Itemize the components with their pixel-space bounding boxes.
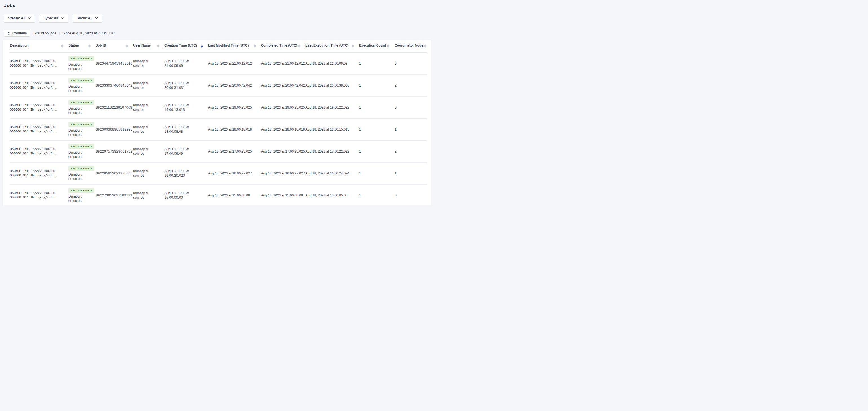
- column-header-user-name[interactable]: User Name: [133, 43, 151, 49]
- sort-icon[interactable]: [157, 44, 159, 48]
- job-description-link[interactable]: BACKUP INTO '/2023/08/18- 000000.00' IN …: [10, 103, 66, 112]
- completed-time: Aug 18, 2023 at 19:00:25:025: [261, 96, 306, 118]
- coordinator-node: 3: [395, 184, 427, 206]
- column-header-last-execution-time[interactable]: Last Execution Time (UTC): [306, 43, 348, 49]
- job-description-link[interactable]: BACKUP INTO '/2023/08/18- 000000.00' IN …: [10, 125, 66, 134]
- column-header-job-id[interactable]: Job ID: [96, 43, 106, 49]
- job-id: 892321182136107009: [96, 96, 133, 118]
- sort-icon[interactable]: [298, 44, 301, 48]
- job-description-link[interactable]: BACKUP INTO '/2023/08/18- 000000.00' IN …: [10, 191, 66, 200]
- jobs-page: Jobs Status: All Type: All Show: All Col…: [0, 3, 434, 206]
- user-name: managed- service: [133, 53, 164, 75]
- show-filter-dropdown[interactable]: Show: All: [72, 14, 102, 23]
- table-header-row: Description Status Job ID User Name Crea…: [10, 40, 427, 53]
- completed-time: Aug 18, 2023 at 15:00:08:08: [261, 184, 306, 206]
- completed-time: Aug 18, 2023 at 21:00:12:012: [261, 53, 306, 75]
- sort-icon[interactable]: [352, 44, 354, 48]
- last-modified-time: Aug 18, 2023 at 20:00:42:042: [208, 75, 261, 96]
- sort-icon[interactable]: [89, 44, 91, 48]
- job-duration: Duration: 00:00:03: [68, 106, 93, 115]
- job-duration: Duration: 00:00:03: [68, 128, 93, 137]
- coordinator-node: 2: [395, 75, 427, 96]
- last-modified-time: Aug 18, 2023 at 15:00:08:08: [208, 184, 261, 206]
- last-execution-time: Aug 18, 2023 at 16:00:24:024: [306, 163, 359, 184]
- status-badge: SUCCEEDED: [68, 78, 94, 83]
- column-header-coordinator-node[interactable]: Coordinator Node: [395, 43, 423, 49]
- column-header-creation-time[interactable]: Creation Time (UTC): [164, 43, 197, 49]
- user-name: managed- service: [133, 96, 164, 118]
- last-execution-time: Aug 18, 2023 at 15:00:05:05: [306, 184, 359, 206]
- chevron-down-icon: [95, 17, 98, 19]
- execution-count: 1: [359, 140, 395, 163]
- last-execution-time: Aug 18, 2023 at 20:00:38:038: [306, 75, 359, 96]
- job-id: 892344759453483010: [96, 53, 133, 75]
- last-execution-time: Aug 18, 2023 at 19:00:22:022: [306, 96, 359, 118]
- creation-time: Aug 18, 2023 at 21:00:09:09: [164, 53, 208, 75]
- jobs-table: Description Status Job ID User Name Crea…: [10, 40, 427, 206]
- filter-bar: Status: All Type: All Show: All: [4, 14, 434, 23]
- sort-icon[interactable]: [126, 44, 128, 48]
- job-description-link[interactable]: BACKUP INTO '/2023/08/18- 000000.00' IN …: [10, 59, 66, 68]
- chevron-down-icon: [61, 17, 64, 19]
- user-name: managed- service: [133, 184, 164, 206]
- job-id: 892297573923061762: [96, 140, 133, 163]
- job-description-link[interactable]: BACKUP INTO '/2023/08/18- 000000.00' IN …: [10, 169, 66, 178]
- table-toolbar: Columns 1-20 of 55 jobs | Since Aug 16, …: [4, 30, 434, 37]
- status-badge: SUCCEEDED: [68, 100, 94, 105]
- completed-time: Aug 18, 2023 at 17:00:25:025: [261, 140, 306, 163]
- show-filter-label: Show: All: [76, 16, 92, 20]
- columns-button-label: Columns: [12, 31, 27, 35]
- job-description-link[interactable]: BACKUP INTO '/2023/08/18- 000000.00' IN …: [10, 81, 66, 90]
- status-badge: SUCCEEDED: [68, 56, 94, 61]
- completed-time: Aug 18, 2023 at 16:00:27:027: [261, 163, 306, 184]
- jobs-count: 1-20 of 55 jobs: [33, 31, 56, 35]
- last-modified-time: Aug 18, 2023 at 19:00:25:025: [208, 96, 261, 118]
- type-filter-label: Type: All: [44, 16, 58, 20]
- execution-count: 1: [359, 118, 395, 140]
- job-description-link[interactable]: BACKUP INTO '/2023/08/18- 000000.00' IN …: [10, 147, 66, 156]
- table-row[interactable]: BACKUP INTO '/2023/08/18- 000000.00' IN …: [10, 118, 427, 140]
- table-row[interactable]: BACKUP INTO '/2023/08/18- 000000.00' IN …: [10, 184, 427, 206]
- sort-icon[interactable]: [61, 44, 63, 48]
- execution-count: 1: [359, 53, 395, 75]
- column-header-description[interactable]: Description: [10, 43, 28, 49]
- user-name: managed- service: [133, 140, 164, 163]
- last-execution-time: Aug 18, 2023 at 18:00:15:015: [306, 118, 359, 140]
- jobs-table-card: Description Status Job ID User Name Crea…: [3, 40, 431, 206]
- coordinator-node: 2: [395, 140, 427, 163]
- page-title: Jobs: [4, 3, 434, 8]
- creation-time: Aug 18, 2023 at 19:00:13:013: [164, 96, 208, 118]
- status-filter-dropdown[interactable]: Status: All: [4, 14, 35, 23]
- table-row[interactable]: BACKUP INTO '/2023/08/18- 000000.00' IN …: [10, 163, 427, 184]
- coordinator-node: 1: [395, 118, 427, 140]
- user-name: managed- service: [133, 75, 164, 96]
- coordinator-node: 1: [395, 163, 427, 184]
- table-row[interactable]: BACKUP INTO '/2023/08/18- 000000.00' IN …: [10, 75, 427, 96]
- sort-icon-active-desc[interactable]: [200, 44, 203, 48]
- status-filter-label: Status: All: [8, 16, 25, 20]
- creation-time: Aug 18, 2023 at 18:00:08:08: [164, 118, 208, 140]
- column-header-execution-count[interactable]: Execution Count: [359, 43, 386, 49]
- sort-icon[interactable]: [387, 44, 390, 48]
- coordinator-node: 3: [395, 96, 427, 118]
- sort-icon[interactable]: [254, 44, 256, 48]
- sort-icon[interactable]: [424, 44, 426, 48]
- table-row[interactable]: BACKUP INTO '/2023/08/18- 000000.00' IN …: [10, 140, 427, 163]
- column-header-status[interactable]: Status: [68, 43, 79, 49]
- table-row[interactable]: BACKUP INTO '/2023/08/18- 000000.00' IN …: [10, 96, 427, 118]
- table-row[interactable]: BACKUP INTO '/2023/08/18- 000000.00' IN …: [10, 53, 427, 75]
- job-duration: Duration: 00:00:03: [68, 150, 93, 159]
- creation-time: Aug 18, 2023 at 15:00:00:00: [164, 184, 208, 206]
- execution-count: 1: [359, 184, 395, 206]
- job-duration: Duration: 00:00:03: [68, 172, 93, 181]
- column-header-last-modified-time[interactable]: Last Modified Time (UTC): [208, 43, 249, 49]
- execution-count: 1: [359, 96, 395, 118]
- job-id: 892285813023375363: [96, 163, 133, 184]
- column-header-completed-time[interactable]: Completed Time (UTC): [261, 43, 297, 49]
- toolbar-separator: |: [59, 31, 60, 35]
- execution-count: 1: [359, 75, 395, 96]
- type-filter-dropdown[interactable]: Type: All: [39, 14, 68, 23]
- columns-button[interactable]: Columns: [4, 30, 30, 37]
- job-id: 892333037460848642: [96, 75, 133, 96]
- coordinator-node: 3: [395, 53, 427, 75]
